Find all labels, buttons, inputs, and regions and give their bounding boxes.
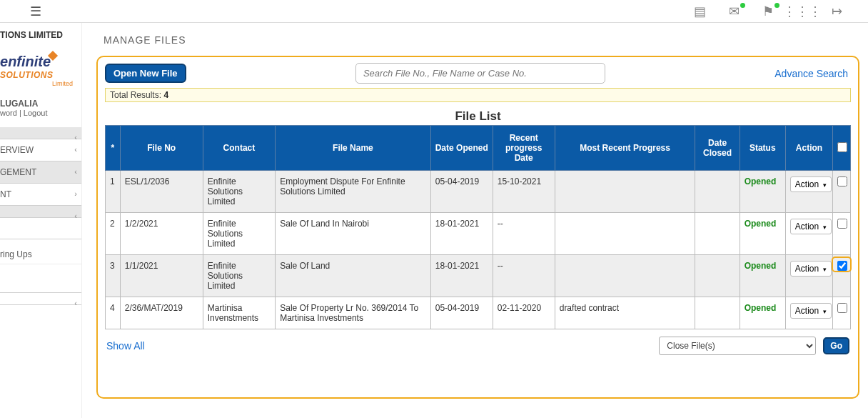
list-title: File List [102, 109, 854, 124]
advance-search-link[interactable]: Advance Search [774, 68, 848, 79]
org-name: TIONS LIMITED [0, 23, 81, 43]
row-checkbox[interactable] [837, 219, 847, 229]
caret-down-icon: ▾ [823, 308, 827, 315]
sidebar-item-management[interactable]: GEMENT‹ [0, 161, 81, 184]
main-content: MANAGE FILES Open New File Advance Searc… [82, 23, 868, 418]
status-badge: Opened [745, 219, 777, 229]
sidebar-item-blank1[interactable]: ‹ [0, 127, 81, 139]
col-action: Action [785, 126, 832, 171]
cell-date-opened: 05-04-2019 [430, 297, 493, 329]
sidebar-spacer2 [0, 264, 81, 293]
sidebar-item-nt[interactable]: NT› [0, 184, 81, 206]
cell-file-name[interactable]: Sale Of Land [276, 255, 431, 297]
apps-icon[interactable]: ⋮⋮⋮ [788, 4, 817, 19]
chevron-left-icon: ‹ [74, 299, 77, 307]
caret-down-icon: ▾ [823, 224, 827, 231]
cell-file-name[interactable]: Sale Of Land In Nairobi [276, 213, 431, 255]
col-recent-date[interactable]: Recent progress Date [493, 126, 555, 171]
cell-action: Action ▾ [785, 297, 832, 329]
table-header-row: * File No Contact File Name Date Opened … [106, 126, 851, 171]
caret-down-icon: ▾ [823, 266, 827, 273]
go-button[interactable]: Go [823, 337, 849, 354]
cell-date-closed [695, 171, 740, 213]
cell-file-name[interactable]: Employment Dispute For Enfinite Solution… [276, 171, 431, 213]
cell-file-no[interactable]: 2/36/MAT/2019 [120, 297, 203, 329]
file-table: * File No Contact File Name Date Opened … [105, 125, 851, 329]
cell-status: Opened [740, 255, 785, 297]
bulk-action-select[interactable]: Close File(s) [659, 337, 816, 355]
cell-contact: Enfinite Solutions Limited [203, 213, 276, 255]
logo: enfinite SOLUTIONS Limited [0, 43, 81, 91]
cell-recent-date: 15-10-2021 [493, 171, 555, 213]
cell-action: Action ▾ [785, 213, 832, 255]
row-checkbox[interactable] [837, 176, 847, 186]
col-file-no[interactable]: File No [120, 126, 203, 171]
action-button[interactable]: Action ▾ [790, 261, 832, 277]
logout-link[interactable]: Logout [24, 109, 48, 117]
user-links: word | Logout [0, 109, 81, 117]
table-row: 42/36/MAT/2019Martinisa InvenstmentsSale… [106, 297, 851, 329]
select-all-checkbox[interactable] [837, 142, 847, 152]
action-button[interactable]: Action ▾ [790, 219, 832, 234]
search-input[interactable] [355, 63, 605, 84]
col-star: * [106, 126, 121, 171]
cell-file-no[interactable]: ESL/1/2036 [120, 171, 203, 213]
cell-recent-date: 02-11-2020 [493, 297, 555, 329]
open-new-file-button[interactable]: Open New File [105, 64, 186, 83]
action-button[interactable]: Action ▾ [790, 176, 832, 192]
cell-idx: 4 [106, 297, 121, 329]
topbar: ☰ ▤ ✉ ⚑ ⋮⋮⋮ ↦ [0, 0, 868, 23]
col-select-all [833, 126, 851, 171]
col-date-closed[interactable]: Date Closed [695, 126, 740, 171]
sidebar-item-blank2[interactable]: ‹ [0, 206, 81, 218]
cell-contact: Enfinite Solutions Limited [203, 255, 276, 297]
cell-status: Opened [740, 213, 785, 255]
cell-status: Opened [740, 171, 785, 213]
table-row: 1ESL/1/2036Enfinite Solutions LimitedEmp… [106, 171, 851, 213]
dashboard-icon[interactable]: ▤ [685, 4, 714, 19]
col-most-recent[interactable]: Most Recent Progress [555, 126, 695, 171]
mail-icon[interactable]: ✉ [720, 4, 748, 19]
cell-file-name[interactable]: Sale Of Property Lr No. 369/2014 To Mart… [276, 297, 431, 329]
sidebar-spacer [0, 218, 81, 239]
sidebar-item-last[interactable]: ‹ [0, 293, 81, 305]
logout-icon[interactable]: ↦ [822, 4, 851, 19]
sidebar-item-overview[interactable]: ERVIEW‹ [0, 139, 81, 161]
cell-status: Opened [740, 297, 785, 329]
cell-checkbox [833, 297, 851, 329]
cell-progress: drafted contract [555, 297, 695, 329]
action-button[interactable]: Action ▾ [790, 303, 832, 319]
sidebar-item-bringups[interactable]: ring Ups [0, 239, 81, 264]
cell-date-closed [695, 255, 740, 297]
cell-recent-date: -- [493, 255, 555, 297]
flag-icon[interactable]: ⚑ [754, 4, 782, 19]
table-row: 31/1/2021Enfinite Solutions LimitedSale … [106, 255, 851, 297]
cell-date-closed [695, 297, 740, 329]
results-bar: Total Results: 4 [105, 88, 851, 102]
cell-checkbox [833, 255, 851, 297]
username: LUGALIA [0, 91, 81, 109]
cell-progress [555, 171, 695, 213]
row-checkbox[interactable] [837, 303, 847, 313]
status-badge: Opened [745, 176, 777, 186]
col-status[interactable]: Status [740, 126, 785, 171]
cell-file-no[interactable]: 1/2/2021 [120, 213, 203, 255]
col-file-name[interactable]: File Name [276, 126, 431, 171]
status-badge: Opened [745, 261, 777, 271]
cell-date-opened: 05-04-2019 [430, 171, 493, 213]
cell-idx: 1 [106, 171, 121, 213]
col-date-opened[interactable]: Date Opened [430, 126, 493, 171]
col-contact[interactable]: Contact [203, 126, 276, 171]
cell-action: Action ▾ [785, 171, 832, 213]
cell-recent-date: -- [493, 213, 555, 255]
cell-file-no[interactable]: 1/1/2021 [120, 255, 203, 297]
password-link[interactable]: word [0, 109, 17, 117]
cell-progress [555, 213, 695, 255]
show-all-link[interactable]: Show All [106, 340, 145, 352]
menu-icon[interactable]: ☰ [14, 4, 57, 19]
cell-date-opened: 18-01-2021 [430, 255, 493, 297]
chevron-left-icon: ‹ [74, 145, 77, 154]
cell-date-closed [695, 213, 740, 255]
cell-idx: 2 [106, 213, 121, 255]
chevron-down-icon: › [74, 189, 77, 198]
